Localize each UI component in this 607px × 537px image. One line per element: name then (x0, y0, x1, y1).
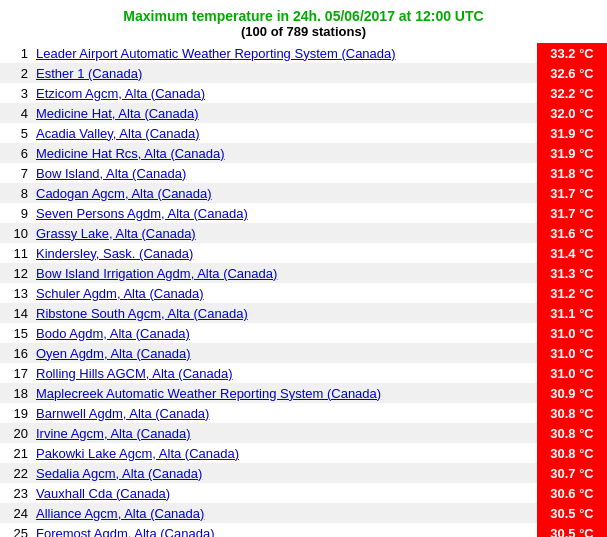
temperature-value: 30.5 °C (537, 523, 607, 537)
table-row: 15Bodo Agdm, Alta (Canada)31.0 °C (0, 323, 607, 343)
temperature-value: 32.2 °C (537, 83, 607, 103)
station-name-link[interactable]: Cadogan Agcm, Alta (Canada) (32, 183, 537, 203)
station-name-link[interactable]: Oyen Agdm, Alta (Canada) (32, 343, 537, 363)
station-name-link[interactable]: Etzicom Agcm, Alta (Canada) (32, 83, 537, 103)
station-name-link[interactable]: Esther 1 (Canada) (32, 63, 537, 83)
table-row: 3Etzicom Agcm, Alta (Canada)32.2 °C (0, 83, 607, 103)
temperature-value: 30.9 °C (537, 383, 607, 403)
table-row: 2Esther 1 (Canada)32.6 °C (0, 63, 607, 83)
temperature-value: 31.4 °C (537, 243, 607, 263)
rank-cell: 6 (0, 143, 32, 163)
station-name-link[interactable]: Alliance Agcm, Alta (Canada) (32, 503, 537, 523)
table-row: 25Foremost Agdm, Alta (Canada)30.5 °C (0, 523, 607, 537)
table-row: 17Rolling Hills AGCM, Alta (Canada)31.0 … (0, 363, 607, 383)
station-name-link[interactable]: Acadia Valley, Alta (Canada) (32, 123, 537, 143)
temperature-value: 31.0 °C (537, 343, 607, 363)
temperature-value: 31.1 °C (537, 303, 607, 323)
rank-cell: 11 (0, 243, 32, 263)
table-row: 4Medicine Hat, Alta (Canada)32.0 °C (0, 103, 607, 123)
temperature-value: 30.6 °C (537, 483, 607, 503)
table-row: 13Schuler Agdm, Alta (Canada)31.2 °C (0, 283, 607, 303)
table-row: 22Sedalia Agcm, Alta (Canada)30.7 °C (0, 463, 607, 483)
temperature-value: 30.7 °C (537, 463, 607, 483)
temperature-table: 1Leader Airport Automatic Weather Report… (0, 43, 607, 537)
rank-cell: 3 (0, 83, 32, 103)
table-row: 10Grassy Lake, Alta (Canada)31.6 °C (0, 223, 607, 243)
station-name-link[interactable]: Bow Island Irrigation Agdm, Alta (Canada… (32, 263, 537, 283)
rank-cell: 13 (0, 283, 32, 303)
station-name-link[interactable]: Vauxhall Cda (Canada) (32, 483, 537, 503)
table-row: 7Bow Island, Alta (Canada)31.8 °C (0, 163, 607, 183)
header-title: Maximum temperature in 24h. 05/06/2017 a… (4, 8, 603, 24)
page-header: Maximum temperature in 24h. 05/06/2017 a… (0, 0, 607, 43)
rank-cell: 21 (0, 443, 32, 463)
station-name-link[interactable]: Foremost Agdm, Alta (Canada) (32, 523, 537, 537)
rank-cell: 10 (0, 223, 32, 243)
station-name-link[interactable]: Medicine Hat, Alta (Canada) (32, 103, 537, 123)
table-row: 12Bow Island Irrigation Agdm, Alta (Cana… (0, 263, 607, 283)
temperature-value: 31.2 °C (537, 283, 607, 303)
station-name-link[interactable]: Barnwell Agdm, Alta (Canada) (32, 403, 537, 423)
table-row: 5Acadia Valley, Alta (Canada)31.9 °C (0, 123, 607, 143)
rank-cell: 16 (0, 343, 32, 363)
station-name-link[interactable]: Pakowki Lake Agcm, Alta (Canada) (32, 443, 537, 463)
temperature-value: 31.9 °C (537, 143, 607, 163)
table-row: 11Kindersley, Sask. (Canada)31.4 °C (0, 243, 607, 263)
rank-cell: 14 (0, 303, 32, 323)
rank-cell: 20 (0, 423, 32, 443)
temperature-value: 31.3 °C (537, 263, 607, 283)
station-name-link[interactable]: Leader Airport Automatic Weather Reporti… (32, 43, 537, 63)
station-name-link[interactable]: Kindersley, Sask. (Canada) (32, 243, 537, 263)
rank-cell: 17 (0, 363, 32, 383)
table-row: 6Medicine Hat Rcs, Alta (Canada)31.9 °C (0, 143, 607, 163)
temperature-value: 30.8 °C (537, 403, 607, 423)
station-name-link[interactable]: Rolling Hills AGCM, Alta (Canada) (32, 363, 537, 383)
table-row: 19Barnwell Agdm, Alta (Canada)30.8 °C (0, 403, 607, 423)
temperature-value: 31.8 °C (537, 163, 607, 183)
rank-cell: 24 (0, 503, 32, 523)
rank-cell: 15 (0, 323, 32, 343)
temperature-value: 32.0 °C (537, 103, 607, 123)
rank-cell: 7 (0, 163, 32, 183)
temperature-value: 31.6 °C (537, 223, 607, 243)
rank-cell: 8 (0, 183, 32, 203)
table-row: 23Vauxhall Cda (Canada)30.6 °C (0, 483, 607, 503)
station-name-link[interactable]: Ribstone South Agcm, Alta (Canada) (32, 303, 537, 323)
table-row: 24Alliance Agcm, Alta (Canada)30.5 °C (0, 503, 607, 523)
table-row: 9Seven Persons Agdm, Alta (Canada)31.7 °… (0, 203, 607, 223)
table-row: 20Irvine Agcm, Alta (Canada)30.8 °C (0, 423, 607, 443)
rank-cell: 2 (0, 63, 32, 83)
temperature-value: 30.5 °C (537, 503, 607, 523)
station-name-link[interactable]: Bodo Agdm, Alta (Canada) (32, 323, 537, 343)
temperature-value: 30.8 °C (537, 443, 607, 463)
station-name-link[interactable]: Medicine Hat Rcs, Alta (Canada) (32, 143, 537, 163)
rank-cell: 18 (0, 383, 32, 403)
table-row: 14Ribstone South Agcm, Alta (Canada)31.1… (0, 303, 607, 323)
rank-cell: 23 (0, 483, 32, 503)
temperature-value: 33.2 °C (537, 43, 607, 63)
rank-cell: 19 (0, 403, 32, 423)
rank-cell: 4 (0, 103, 32, 123)
temperature-value: 31.0 °C (537, 363, 607, 383)
station-name-link[interactable]: Maplecreek Automatic Weather Reporting S… (32, 383, 537, 403)
station-name-link[interactable]: Seven Persons Agdm, Alta (Canada) (32, 203, 537, 223)
table-row: 21Pakowki Lake Agcm, Alta (Canada)30.8 °… (0, 443, 607, 463)
rank-cell: 25 (0, 523, 32, 537)
temperature-value: 30.8 °C (537, 423, 607, 443)
table-row: 16Oyen Agdm, Alta (Canada)31.0 °C (0, 343, 607, 363)
temperature-value: 32.6 °C (537, 63, 607, 83)
header-subtitle: (100 of 789 stations) (4, 24, 603, 39)
temperature-value: 31.9 °C (537, 123, 607, 143)
station-name-link[interactable]: Sedalia Agcm, Alta (Canada) (32, 463, 537, 483)
rank-cell: 9 (0, 203, 32, 223)
station-name-link[interactable]: Grassy Lake, Alta (Canada) (32, 223, 537, 243)
table-row: 1Leader Airport Automatic Weather Report… (0, 43, 607, 63)
table-row: 18Maplecreek Automatic Weather Reporting… (0, 383, 607, 403)
temperature-value: 31.0 °C (537, 323, 607, 343)
temperature-value: 31.7 °C (537, 203, 607, 223)
station-name-link[interactable]: Bow Island, Alta (Canada) (32, 163, 537, 183)
rank-cell: 5 (0, 123, 32, 143)
station-name-link[interactable]: Schuler Agdm, Alta (Canada) (32, 283, 537, 303)
rank-cell: 1 (0, 43, 32, 63)
station-name-link[interactable]: Irvine Agcm, Alta (Canada) (32, 423, 537, 443)
